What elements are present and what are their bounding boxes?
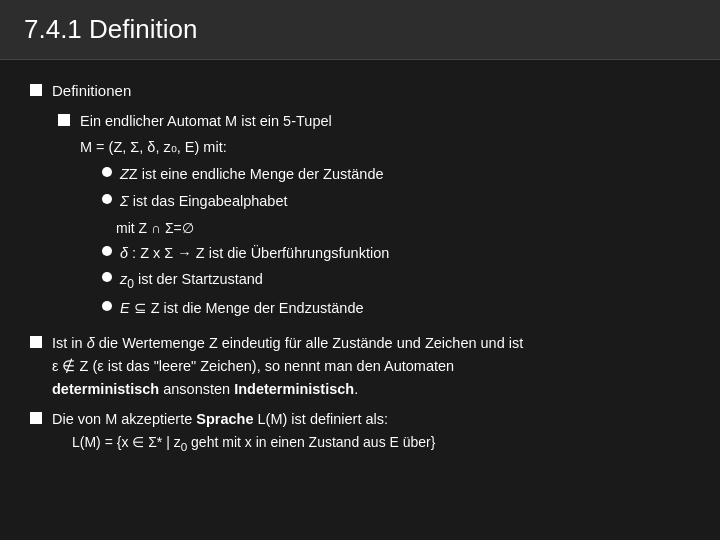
item-delta: δ : Z x Σ → Z ist die Überführungsfunkti… bbox=[58, 243, 690, 265]
item-z0-text: z0 ist der Startzustand bbox=[120, 269, 690, 293]
automat-row: Ein endlicher Automat M ist ein 5-Tupel bbox=[58, 111, 690, 133]
item-z0: z0 ist der Startzustand bbox=[58, 269, 690, 293]
item-intersection: mit Z ∩ Σ=∅ bbox=[58, 218, 690, 239]
content-area: Definitionen Ein endlicher Automat M ist… bbox=[0, 60, 720, 481]
bullet-z bbox=[102, 167, 112, 177]
item-e: E ⊆ Z ist die Menge der Endzustände bbox=[58, 298, 690, 320]
bullet-language bbox=[30, 412, 42, 424]
item-z-text: ZZ ist eine endliche Menge der Zustände bbox=[120, 164, 690, 186]
item-sigma: Σ ist das Eingabealphabet bbox=[58, 191, 690, 213]
item-z: ZZ ist eine endliche Menge der Zustände bbox=[58, 164, 690, 186]
bullet-definitionen bbox=[30, 84, 42, 96]
section-language: Die von M akzeptierte Sprache L(M) ist d… bbox=[30, 408, 690, 457]
bullet-e bbox=[102, 301, 112, 311]
section-deterministic: Ist in δ die Wertemenge Z eindeutig für … bbox=[30, 332, 690, 402]
language-text: Die von M akzeptierte Sprache L(M) ist d… bbox=[52, 408, 690, 457]
automat-label: Ein endlicher Automat M ist ein 5-Tupel bbox=[80, 111, 690, 133]
bullet-automat bbox=[58, 114, 70, 126]
section-definitionen: Definitionen bbox=[30, 80, 690, 103]
deterministic-text: Ist in δ die Wertemenge Z eindeutig für … bbox=[52, 332, 690, 402]
item-intersection-text: mit Z ∩ Σ=∅ bbox=[116, 218, 194, 239]
item-sigma-text: Σ ist das Eingabealphabet bbox=[120, 191, 690, 213]
bullet-sigma bbox=[102, 194, 112, 204]
item-delta-text: δ : Z x Σ → Z ist die Überführungsfunkti… bbox=[120, 243, 690, 265]
header: 7.4.1 Definition bbox=[0, 0, 720, 60]
section-automat: Ein endlicher Automat M ist ein 5-Tupel … bbox=[30, 111, 690, 321]
automat-tupel-row: M = (Z, Σ, δ, z₀, E) mit: bbox=[58, 137, 690, 159]
bullet-delta bbox=[102, 246, 112, 256]
bullet-deterministic bbox=[30, 336, 42, 348]
automat-tupel: M = (Z, Σ, δ, z₀, E) mit: bbox=[80, 137, 227, 159]
definitionen-label: Definitionen bbox=[52, 80, 690, 103]
bullet-z0 bbox=[102, 272, 112, 282]
item-e-text: E ⊆ Z ist die Menge der Endzustände bbox=[120, 298, 690, 320]
page-title: 7.4.1 Definition bbox=[24, 14, 696, 45]
